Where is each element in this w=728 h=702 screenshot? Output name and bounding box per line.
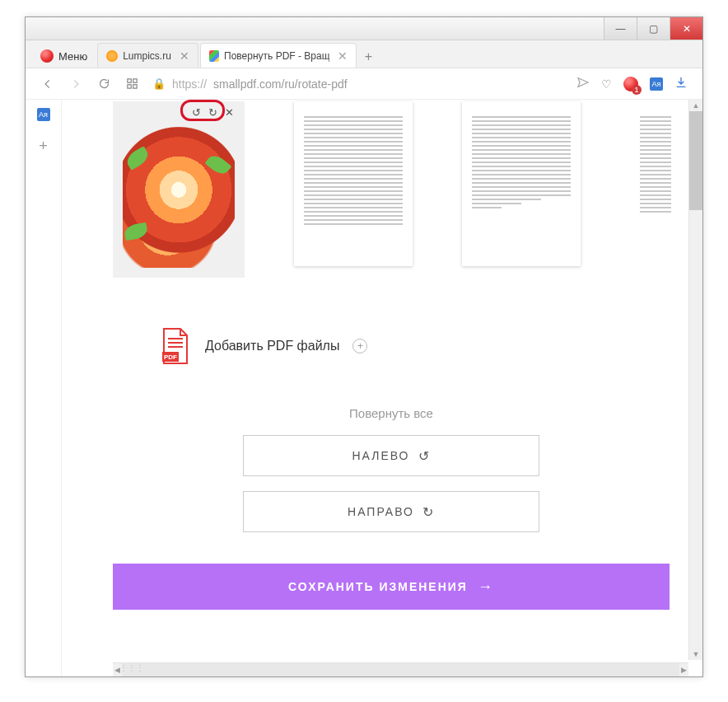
nav-forward-button[interactable]: [68, 77, 83, 91]
speed-dial-button[interactable]: [124, 77, 139, 91]
svg-text:PDF: PDF: [164, 353, 177, 361]
translate-badge-icon: Ая: [37, 108, 50, 121]
save-arrow-icon: →: [478, 578, 494, 596]
page-thumbnails-row: ↺ ↻ ✕: [113, 100, 702, 278]
address-bar: 🔒 https:// smallpdf.com/ru/rotate-pdf ♡ …: [26, 68, 702, 100]
rotate-right-icon: ↻: [422, 504, 435, 520]
tab-close-icon[interactable]: ✕: [180, 49, 189, 63]
thumb-rotate-right-button[interactable]: ↻: [205, 105, 220, 119]
page-thumb-1[interactable]: ↺ ↻ ✕: [113, 101, 245, 278]
bookmark-icon[interactable]: ♡: [601, 77, 612, 91]
rotate-left-label: НАЛЕВО: [352, 449, 409, 462]
translate-icon[interactable]: Ая: [650, 77, 663, 91]
smallpdf-favicon-icon: [209, 50, 219, 62]
sidebar-translate-icon[interactable]: Ая: [35, 106, 52, 123]
rotate-right-button[interactable]: НАПРАВО ↻: [243, 491, 539, 532]
svg-rect-0: [127, 79, 130, 82]
horizontal-scrollbar[interactable]: ◀ ⋮⋮⋮ ▶: [113, 662, 688, 676]
thumb-toolbar: ↺ ↻ ✕: [189, 105, 236, 119]
url-scheme: https://: [172, 77, 207, 91]
client-area: Ая + ↺ ↻ ✕: [26, 100, 702, 676]
pdf-file-icon: PDF: [159, 327, 192, 365]
opera-menu-button[interactable]: Меню: [30, 44, 97, 68]
scroll-down-arrow-icon[interactable]: ▼: [691, 648, 702, 660]
horizontal-scroll-thumb[interactable]: ⋮⋮⋮: [122, 663, 679, 676]
tab-smallpdf[interactable]: Повернуть PDF - Вращать ✕: [200, 43, 357, 68]
thumb-image-apples: [123, 126, 235, 268]
page-thumb-4[interactable]: [630, 101, 671, 266]
titlebar: — ▢ ✕: [26, 17, 702, 40]
notification-count: 1: [632, 85, 642, 95]
nav-back-button[interactable]: [40, 77, 55, 91]
send-to-flow-icon[interactable]: [576, 76, 590, 91]
window-maximize-button[interactable]: ▢: [637, 17, 670, 40]
page-thumb-2[interactable]: [294, 101, 413, 266]
downloads-icon[interactable]: [674, 76, 688, 92]
thumb-rotate-left-button[interactable]: ↺: [189, 105, 203, 119]
page-content: ↺ ↻ ✕: [62, 100, 702, 676]
page-thumb-3[interactable]: [462, 101, 581, 266]
address-right-icons: ♡ 1 Ая: [576, 76, 688, 92]
save-changes-button[interactable]: СОХРАНИТЬ ИЗМЕНЕНИЯ →: [113, 564, 670, 610]
vertical-scrollbar[interactable]: ▲ ▼: [688, 100, 702, 660]
sidebar-add-icon[interactable]: +: [35, 138, 52, 154]
url-path: smallpdf.com/ru/rotate-pdf: [213, 77, 348, 91]
add-files-row[interactable]: PDF Добавить PDF файлы +: [113, 327, 702, 365]
svg-rect-1: [133, 79, 136, 82]
left-sidebar: Ая +: [26, 100, 62, 676]
rotate-right-label: НАПРАВО: [348, 505, 414, 518]
url-field[interactable]: 🔒 https:// smallpdf.com/ru/rotate-pdf: [152, 77, 563, 91]
thumb-remove-button[interactable]: ✕: [222, 105, 236, 119]
svg-rect-2: [127, 85, 130, 88]
rotate-all-section: Повернуть все НАЛЕВО ↺ НАПРАВО ↻ СОХРАНИ…: [113, 406, 702, 610]
rotate-left-button[interactable]: НАЛЕВО ↺: [243, 435, 539, 476]
add-files-label: Добавить PDF файлы: [205, 339, 339, 353]
opera-logo-icon: [40, 49, 54, 63]
tab-title: Lumpics.ru: [123, 50, 171, 62]
scroll-right-arrow-icon[interactable]: ▶: [679, 664, 688, 676]
rotate-left-icon: ↺: [418, 448, 431, 464]
opera-notifications-icon[interactable]: 1: [623, 77, 638, 91]
scroll-up-arrow-icon[interactable]: ▲: [691, 100, 702, 111]
save-label: СОХРАНИТЬ ИЗМЕНЕНИЯ: [288, 580, 468, 593]
window-close-button[interactable]: ✕: [670, 17, 702, 40]
tab-close-icon[interactable]: ✕: [338, 49, 348, 63]
window-minimize-button[interactable]: —: [604, 17, 637, 40]
tab-lumpics[interactable]: Lumpics.ru ✕: [97, 43, 198, 68]
new-tab-button[interactable]: +: [358, 46, 379, 68]
nav-reload-button[interactable]: [96, 77, 111, 91]
svg-rect-3: [133, 85, 136, 88]
vertical-scroll-thumb[interactable]: [689, 111, 702, 210]
rotate-all-title: Повернуть все: [349, 406, 433, 420]
tab-title: Повернуть PDF - Вращать: [224, 50, 329, 62]
lock-icon: 🔒: [152, 77, 166, 90]
lumpics-favicon-icon: [106, 50, 118, 62]
tab-strip: Меню Lumpics.ru ✕ Повернуть PDF - Вращат…: [26, 40, 702, 68]
menu-label: Меню: [58, 50, 87, 63]
add-files-plus-icon[interactable]: +: [352, 339, 367, 353]
app-window: — ▢ ✕ Меню Lumpics.ru ✕ Повернуть PDF - …: [25, 16, 703, 677]
